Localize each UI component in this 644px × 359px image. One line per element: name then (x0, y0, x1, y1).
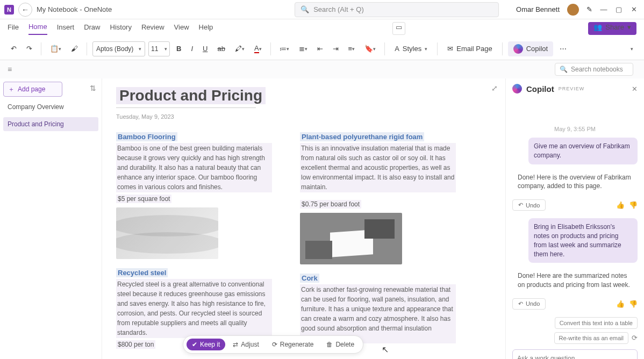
notebook-search[interactable]: 🔍 Search notebooks (555, 63, 633, 76)
global-search[interactable]: 🔍 Search (Alt + Q) (295, 2, 499, 17)
back-button[interactable]: ← (18, 3, 32, 17)
outdent-button[interactable]: ⇤ (314, 41, 326, 56)
menubar: File Home Insert Draw History Review Vie… (0, 19, 644, 38)
expand-icon[interactable]: ⤢ (491, 84, 498, 92)
regenerate-button[interactable]: ⟳Regenerate (267, 339, 319, 350)
minimize-button[interactable]: — (600, 5, 607, 13)
italic-button[interactable]: I (188, 41, 196, 56)
bot-message: Done! Here is the overview of Fabrikam c… (512, 169, 638, 196)
delete-button[interactable]: 🗑Delete (321, 339, 360, 350)
strikethrough-button[interactable]: ab (214, 41, 228, 56)
foam-body: This is an innovative insulation materia… (300, 143, 456, 192)
menu-help[interactable]: Help (199, 23, 213, 34)
tags-button[interactable]: 🔖▾ (361, 41, 379, 56)
block-cork[interactable]: Cork Cork is another fast-growing renewa… (300, 274, 456, 343)
nav-toggle-button[interactable]: ≡ (4, 65, 15, 74)
copilot-input[interactable] (517, 355, 633, 359)
sort-button[interactable]: ⇅ (90, 84, 96, 92)
page-canvas[interactable]: ⤢ Product and Pricing Tuesday, May 9, 20… (102, 78, 505, 359)
bamboo-heading: Bamboo Flooring (116, 132, 177, 141)
steel-heading: Recycled steel (116, 268, 168, 277)
undo-icon: ↶ (518, 202, 523, 209)
highlight-button[interactable]: 🖍▾ (232, 41, 248, 56)
suggestion-convert-table[interactable]: Convert this text into a table (555, 317, 638, 329)
copilot-panel: Copilot PREVIEW ✕ May 9, 3:55 PM Give me… (505, 78, 644, 359)
page-date: Tuesday, May 9, 2023 (116, 113, 491, 120)
delete-icon: 🗑 (326, 341, 333, 348)
copilot-title: Copilot (526, 84, 554, 94)
numbering-button[interactable]: ≣▾ (296, 41, 311, 56)
align-button[interactable]: ≡▾ (345, 41, 359, 56)
chevron-down-icon: ▾ (627, 23, 631, 34)
menu-history[interactable]: History (110, 23, 132, 34)
user-message: Bring in Elisabeth Eriksson's notes on p… (528, 218, 638, 263)
paste-button[interactable]: 📋▾ (47, 41, 65, 56)
font-family-select[interactable]: Aptos (Body)▾ (92, 41, 145, 56)
reading-view-icon[interactable]: ▭ (392, 22, 405, 35)
email-page-label: Email Page (456, 45, 492, 53)
format-painter-button[interactable]: 🖌 (68, 41, 81, 56)
more-button[interactable]: ⋯ (556, 41, 570, 56)
thumbs-up-icon[interactable]: 👍 (616, 201, 625, 209)
undo-button[interactable]: ↶ (8, 41, 20, 56)
foam-heading: Plant-based polyurethane rigid foam (300, 132, 424, 141)
font-size-select[interactable]: 11▾ (148, 41, 170, 56)
keep-it-label: Keep it (200, 341, 220, 348)
cork-body: Cork is another fast-growing renewable m… (300, 284, 456, 343)
keep-it-button[interactable]: ✔Keep it (187, 339, 225, 350)
underline-button[interactable]: U (199, 41, 211, 56)
menu-home[interactable]: Home (28, 23, 47, 35)
foam-price: $0.75 per board foot (300, 200, 361, 209)
block-bamboo[interactable]: Bamboo Flooring Bamboo is one of the bes… (116, 133, 272, 259)
pen-icon[interactable]: ✎ (586, 5, 592, 13)
refresh-icon[interactable]: ⟳ (632, 334, 638, 342)
copilot-icon (512, 84, 522, 94)
delete-label: Delete (335, 341, 354, 348)
search-icon: 🔍 (300, 5, 309, 13)
ai-action-bar: ✔Keep it ⇄Adjust ⟳Regenerate 🗑Delete (183, 335, 363, 354)
workspace: ＋ Add page ⇅ Company Overview Product an… (0, 78, 644, 359)
sub-toolbar: ≡ 🔍 Search notebooks (0, 60, 644, 78)
steel-price: $800 per ton (116, 340, 155, 349)
add-page-button[interactable]: ＋ Add page (3, 82, 62, 97)
indent-button[interactable]: ⇥ (330, 41, 342, 56)
bot-message: Done! Here are the summarized notes on p… (512, 267, 638, 294)
sidebar-page-company-overview[interactable]: Company Overview (3, 100, 98, 114)
window-title: My Notebook - OneNote (37, 5, 112, 13)
cursor-icon: ↖ (382, 344, 389, 355)
redo-button[interactable]: ↷ (23, 41, 35, 56)
notebook-search-placeholder: Search notebooks (571, 66, 623, 73)
undo-button[interactable]: ↶Undo (512, 298, 546, 310)
adjust-icon: ⇄ (233, 341, 238, 348)
share-button[interactable]: 👥 Share ▾ (588, 22, 636, 35)
close-button[interactable]: ✕ (630, 5, 638, 13)
menu-insert[interactable]: Insert (57, 23, 75, 34)
maximize-button[interactable]: ▢ (615, 5, 622, 13)
adjust-button[interactable]: ⇄Adjust (227, 339, 264, 350)
bold-button[interactable]: B (173, 41, 184, 56)
thumbs-down-icon[interactable]: 👎 (629, 300, 638, 308)
styles-button[interactable]: AStyles▾ (390, 41, 432, 56)
menu-file[interactable]: File (8, 23, 19, 34)
add-page-label: Add page (18, 85, 45, 93)
suggestion-rewrite-email[interactable]: Re-write this as an email (554, 332, 628, 344)
steel-body: Recycled steel is a great alternative to… (116, 279, 272, 338)
thumbs-up-icon[interactable]: 👍 (616, 300, 625, 308)
avatar[interactable] (567, 4, 579, 16)
undo-label: Undo (526, 202, 540, 209)
page-title[interactable]: Product and Pricing (116, 87, 266, 104)
menu-view[interactable]: View (174, 23, 189, 34)
close-icon[interactable]: ✕ (632, 85, 638, 93)
ribbon-collapse-button[interactable]: ▾ (627, 41, 636, 56)
menu-review[interactable]: Review (141, 23, 164, 34)
bullets-button[interactable]: ≔▾ (276, 41, 292, 56)
font-color-button[interactable]: A▾ (251, 41, 265, 56)
copilot-ribbon-button[interactable]: Copilot (508, 41, 553, 56)
block-foam[interactable]: Plant-based polyurethane rigid foam This… (300, 133, 456, 264)
menu-draw[interactable]: Draw (84, 23, 100, 34)
email-page-button[interactable]: ✉Email Page (443, 41, 496, 56)
undo-button[interactable]: ↶Undo (512, 199, 546, 211)
sidebar-page-product-pricing[interactable]: Product and Pricing (3, 117, 98, 131)
copilot-input-box[interactable]: ✦ 📎 ➤ (512, 349, 638, 359)
thumbs-down-icon[interactable]: 👎 (629, 201, 638, 209)
